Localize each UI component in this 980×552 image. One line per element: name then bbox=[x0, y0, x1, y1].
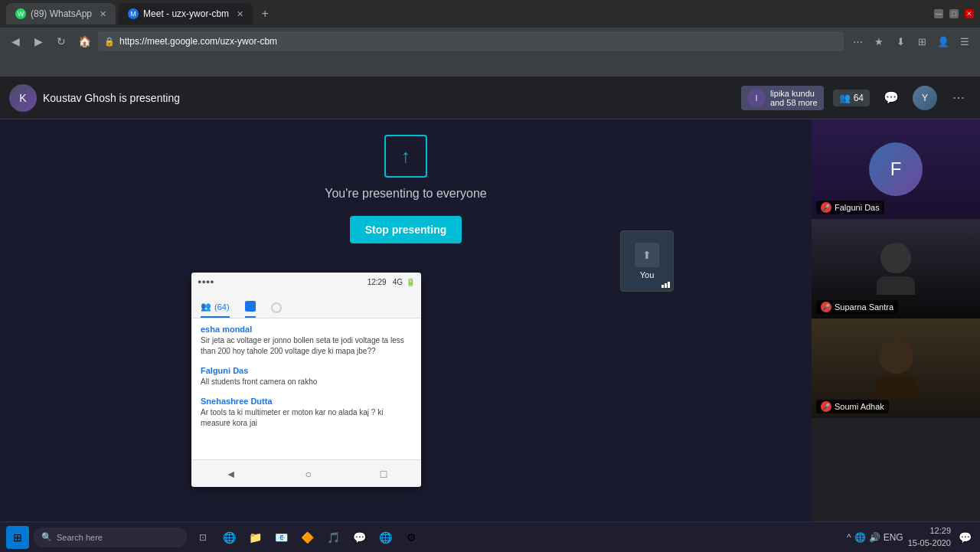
more-options-button[interactable]: ⋯ bbox=[946, 86, 971, 110]
mail-button[interactable]: 📧 bbox=[270, 526, 292, 549]
explorer-button[interactable]: 📁 bbox=[243, 526, 266, 549]
close-button[interactable]: ✕ bbox=[965, 9, 974, 18]
tab-meet[interactable]: M Meet - uzx-ywor-cbm ✕ bbox=[119, 3, 253, 24]
system-tray: ^ 🌐 🔊 ENG bbox=[847, 532, 903, 543]
search-icon: 🔍 bbox=[41, 532, 52, 542]
participant-initial: l bbox=[747, 89, 766, 107]
presenter-avatar: K bbox=[9, 84, 37, 112]
chat-message-1: esha mondal Sir jeta ac voltage er jonno… bbox=[201, 325, 412, 357]
clock-time: 12:29 bbox=[908, 525, 951, 537]
app5[interactable]: 🔶 bbox=[296, 526, 318, 549]
chat-sender-1: esha mondal bbox=[201, 325, 412, 334]
upload-icon: ↑ bbox=[384, 135, 427, 178]
chat-sender-3: Snehashree Dutta bbox=[201, 397, 412, 406]
phone-4g: 4G bbox=[393, 278, 403, 286]
stop-presenting-button[interactable]: Stop presenting bbox=[350, 216, 462, 243]
phone-back-button[interactable]: ◄ bbox=[226, 468, 237, 480]
collections-button[interactable]: ⊞ bbox=[913, 32, 931, 51]
tab-meet-close[interactable]: ✕ bbox=[237, 9, 243, 19]
phone-people-count: (64) bbox=[214, 302, 230, 312]
chat-text-2: All students front camera on rakho bbox=[201, 377, 412, 387]
main-content: ↑ You're presenting to everyone Stop pre… bbox=[0, 119, 980, 552]
phone-tab-chat[interactable] bbox=[245, 301, 256, 318]
tray-expand[interactable]: ^ bbox=[847, 532, 851, 543]
taskbar-search[interactable]: 🔍 Search here bbox=[34, 528, 187, 547]
download-button[interactable]: ⬇ bbox=[891, 32, 910, 51]
chat-button[interactable]: 💬 bbox=[879, 86, 903, 110]
falguni-name-badge: 🎤 Falguni Das bbox=[816, 201, 884, 214]
browser-button[interactable]: 🌐 bbox=[374, 526, 397, 549]
phone-tab-info[interactable] bbox=[271, 302, 282, 318]
new-tab-button[interactable]: + bbox=[256, 5, 274, 23]
taskview-button[interactable]: ⊡ bbox=[191, 526, 214, 549]
meet-favicon: M bbox=[128, 8, 139, 19]
address-text: https://meet.google.com/uzx-ywor-cbm bbox=[119, 36, 277, 47]
settings-taskbar-button[interactable]: ⚙ bbox=[400, 526, 423, 549]
falguni-name: Falguni Das bbox=[835, 203, 880, 212]
tab-whatsapp[interactable]: W (89) WhatsApp ✕ bbox=[6, 3, 116, 24]
back-button[interactable]: ◀ bbox=[6, 32, 24, 51]
soumi-name: Soumi Adhak bbox=[835, 402, 884, 411]
chat-message-3: Snehashree Dutta Ar tools ta ki multimet… bbox=[201, 397, 412, 429]
soumi-name-badge: 🎤 Soumi Adhak bbox=[816, 400, 889, 413]
participant-tile-soumi: 🎤 Soumi Adhak bbox=[812, 318, 980, 418]
start-button[interactable]: ⊞ bbox=[6, 526, 29, 549]
people-icon: 👥 bbox=[839, 93, 851, 103]
lock-icon: 🔒 bbox=[104, 37, 115, 47]
tab-whatsapp-close[interactable]: ✕ bbox=[100, 9, 106, 19]
forward-button[interactable]: ▶ bbox=[29, 32, 47, 51]
you-tile-icon: ⬆ bbox=[635, 243, 659, 267]
notification-button[interactable]: 💬 bbox=[956, 528, 974, 547]
settings-button[interactable]: ☰ bbox=[956, 32, 974, 51]
whatsapp-favicon: W bbox=[15, 8, 26, 19]
battery-icon: 🔋 bbox=[406, 278, 415, 286]
profile-button[interactable]: 👤 bbox=[934, 32, 952, 51]
chat-text-3: Ar tools ta ki multimeter er moton kar n… bbox=[201, 407, 412, 429]
more-participants-badge[interactable]: l lipika kundu and 58 more bbox=[741, 86, 824, 110]
header-right: l lipika kundu and 58 more 👥 64 💬 Y ⋯ bbox=[741, 86, 971, 110]
meet-header: K Koustav Ghosh is presenting l lipika k… bbox=[0, 77, 980, 119]
edge-button[interactable]: 🌐 bbox=[217, 526, 240, 549]
tab-meet-label: Meet - uzx-ywor-cbm bbox=[143, 8, 229, 19]
phone-tabs: 👥 (64) bbox=[191, 291, 421, 318]
info-tab-icon bbox=[271, 302, 282, 313]
chat-message-2: Falguni Das All students front camera on… bbox=[201, 366, 412, 387]
soumi-silhouette bbox=[875, 339, 917, 398]
participant-tile-falguni: F 🎤 Falguni Das bbox=[812, 119, 980, 219]
refresh-button[interactable]: ↻ bbox=[52, 32, 70, 51]
phone-chat-content: esha mondal Sir jeta ac voltage er jonno… bbox=[191, 318, 421, 441]
presenting-message: You're presenting to everyone bbox=[325, 187, 487, 201]
center-area: ↑ You're presenting to everyone Stop pre… bbox=[0, 119, 812, 552]
you-tile: ⬆ You bbox=[620, 230, 674, 292]
network-icon: 🌐 bbox=[854, 532, 866, 543]
minimize-button[interactable]: — bbox=[934, 9, 943, 18]
participant-tile-suparna: 🎤 Suparna Santra bbox=[812, 219, 980, 318]
home-button[interactable]: 🏠 bbox=[75, 32, 93, 51]
maximize-button[interactable]: □ bbox=[949, 9, 959, 18]
suparna-silhouette bbox=[877, 243, 915, 295]
taskbar-apps: ⊡ 🌐 📁 📧 🔶 🎵 💬 🌐 ⚙ bbox=[191, 526, 423, 549]
phone-home-button[interactable]: ○ bbox=[305, 468, 311, 480]
taskbar: ⊞ 🔍 Search here ⊡ 🌐 📁 📧 🔶 🎵 💬 🌐 ⚙ ^ 🌐 🔊 … bbox=[0, 521, 980, 552]
nav-bar: ◀ ▶ ↻ 🏠 🔒 https://meet.google.com/uzx-yw… bbox=[0, 28, 980, 55]
bookmark-button[interactable]: ★ bbox=[870, 32, 888, 51]
address-bar[interactable]: 🔒 https://meet.google.com/uzx-ywor-cbm bbox=[98, 31, 844, 51]
extensions-button[interactable]: ⋯ bbox=[848, 32, 867, 51]
people-icon-small: 👥 bbox=[201, 302, 211, 312]
chat-tab-icon bbox=[245, 301, 256, 312]
system-time: 12:29 15-05-2020 bbox=[908, 525, 951, 549]
signal-bars bbox=[662, 282, 670, 288]
skype-button[interactable]: 💬 bbox=[348, 526, 371, 549]
phone-time: 12:29 bbox=[368, 278, 387, 286]
suparna-mute-icon: 🎤 bbox=[821, 302, 831, 312]
music-button[interactable]: 🎵 bbox=[322, 526, 345, 549]
people-count-button[interactable]: 👥 64 bbox=[833, 90, 870, 106]
people-count: 64 bbox=[854, 93, 864, 103]
tab-whatsapp-label: (89) WhatsApp bbox=[31, 8, 92, 19]
presenter-text: Koustav Ghosh is presenting bbox=[43, 92, 180, 104]
phone-tab-people[interactable]: 👥 (64) bbox=[201, 302, 230, 318]
phone-recents-button[interactable]: □ bbox=[381, 468, 387, 480]
user-avatar: Y bbox=[913, 86, 937, 110]
falguni-mute-icon: 🎤 bbox=[821, 202, 831, 213]
volume-icon[interactable]: 🔊 bbox=[869, 532, 880, 543]
